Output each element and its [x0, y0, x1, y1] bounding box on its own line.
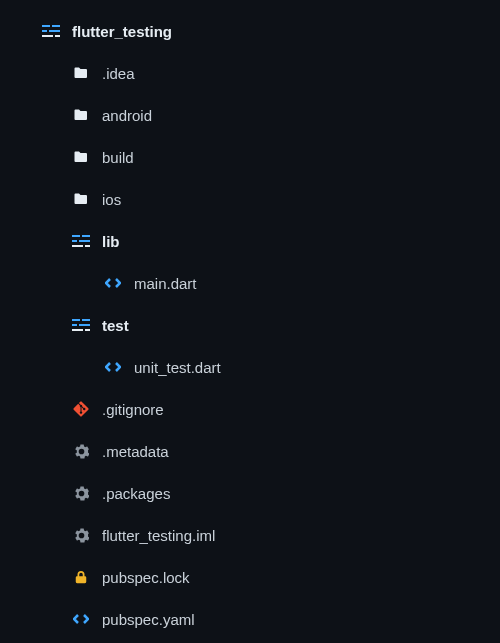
tree-item-label: unit_test.dart [134, 359, 221, 376]
open-folder-icon [72, 232, 90, 250]
tree-item-label: main.dart [134, 275, 197, 292]
lock-icon [72, 568, 90, 586]
code-icon [104, 274, 122, 292]
tree-item-label: ios [102, 191, 121, 208]
tree-item-label: android [102, 107, 152, 124]
tree-item[interactable]: lib [0, 220, 500, 262]
tree-item[interactable]: build [0, 136, 500, 178]
tree-item[interactable]: .idea [0, 52, 500, 94]
tree-item-label: pubspec.lock [102, 569, 190, 586]
gear-icon [72, 526, 90, 544]
tree-item[interactable]: ios [0, 178, 500, 220]
gear-icon [72, 484, 90, 502]
tree-item-label: .packages [102, 485, 170, 502]
tree-item[interactable]: test [0, 304, 500, 346]
file-tree: flutter_testing .idea android build ios … [0, 10, 500, 643]
tree-item[interactable]: .packages [0, 472, 500, 514]
tree-item[interactable]: .metadata [0, 430, 500, 472]
folder-icon [72, 190, 90, 208]
code-icon [72, 610, 90, 628]
tree-item[interactable]: .gitignore [0, 388, 500, 430]
code-icon [104, 358, 122, 376]
tree-item[interactable]: android [0, 94, 500, 136]
tree-item-label: flutter_testing.iml [102, 527, 215, 544]
open-folder-icon [42, 22, 60, 40]
tree-root[interactable]: flutter_testing [0, 10, 500, 52]
git-icon [72, 400, 90, 418]
open-folder-icon [72, 316, 90, 334]
tree-item-label: build [102, 149, 134, 166]
tree-item-label: lib [102, 233, 120, 250]
tree-item-label: test [102, 317, 129, 334]
tree-item[interactable]: pubspec.yaml [0, 598, 500, 640]
tree-item[interactable]: flutter_testing.iml [0, 514, 500, 556]
tree-item-label: .idea [102, 65, 135, 82]
tree-root-label: flutter_testing [72, 23, 172, 40]
tree-item-label: .metadata [102, 443, 169, 460]
folder-icon [72, 148, 90, 166]
tree-item[interactable]: main.dart [0, 262, 500, 304]
tree-item[interactable]: pubspec.lock [0, 556, 500, 598]
tree-item[interactable]: unit_test.dart [0, 346, 500, 388]
gear-icon [72, 442, 90, 460]
folder-icon [72, 64, 90, 82]
tree-item-label: .gitignore [102, 401, 164, 418]
folder-icon [72, 106, 90, 124]
tree-item-label: pubspec.yaml [102, 611, 195, 628]
